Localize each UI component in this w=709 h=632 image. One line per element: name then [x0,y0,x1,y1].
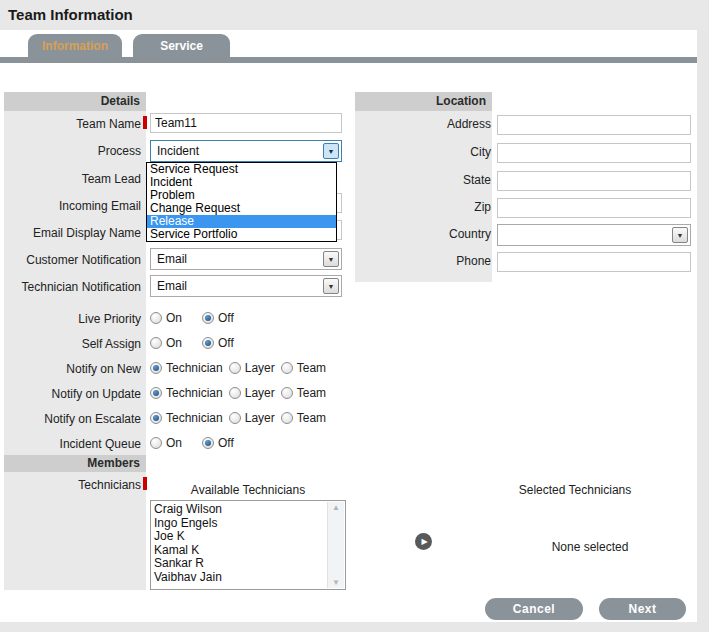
available-technicians-listbox[interactable]: Craig Wilson Ingo Engels Joe K Kamal K S… [150,500,346,590]
notify-on-new-layer-radio[interactable] [229,362,241,374]
process-option-service-portfolio[interactable]: Service Portfolio [147,228,336,241]
process-select[interactable]: Incident [150,140,342,162]
notify-on-update-radio-group: Technician Layer Team [150,386,326,400]
team-information-window: Team Information Information Service Det… [0,0,709,632]
location-section-header: Location [355,92,492,111]
details-section-header: Details [4,92,146,111]
listbox-scrollbar[interactable]: ▲ ▼ [327,502,344,588]
process-label: Process [4,144,141,158]
notify-on-escalate-label: Notify on Escalate [4,412,141,426]
notify-on-escalate-team-label: Team [297,411,326,425]
incoming-email-label: Incoming Email [4,199,141,213]
notify-on-update-technician-label: Technician [166,386,223,400]
phone-input[interactable] [497,252,691,272]
notify-on-escalate-layer-radio[interactable] [229,412,241,424]
notify-on-update-layer-label: Layer [245,386,275,400]
tab-underline [0,57,697,63]
self-assign-off-radio[interactable] [202,337,214,349]
self-assign-on-radio[interactable] [150,337,162,349]
notify-on-update-team-label: Team [297,386,326,400]
notify-on-escalate-technician-label: Technician [166,411,223,425]
team-name-label: Team Name [4,117,141,131]
move-right-button[interactable]: ▶ [415,533,432,550]
incident-queue-off-label: Off [218,436,234,450]
scroll-up-icon[interactable]: ▲ [328,503,344,512]
next-button[interactable]: Next [599,598,686,620]
scroll-down-icon[interactable]: ▼ [328,578,344,587]
notify-on-update-layer-radio[interactable] [229,387,241,399]
notify-on-update-technician-radio[interactable] [150,387,162,399]
incident-queue-radio-group: On Off [150,436,234,450]
notify-on-new-technician-radio[interactable] [150,362,162,374]
phone-label: Phone [355,254,491,268]
chevron-down-icon[interactable] [672,227,688,243]
technician-notification-value: Email [157,279,187,293]
live-priority-label: Live Priority [4,312,141,326]
chevron-down-icon[interactable] [323,143,339,159]
notify-on-update-label: Notify on Update [4,387,141,401]
live-priority-on-radio[interactable] [150,312,162,324]
notify-on-escalate-team-radio[interactable] [281,412,293,424]
notify-on-new-label: Notify on New [4,362,141,376]
tab-information[interactable]: Information [28,34,122,58]
content-panel: Information Service Details Location Mem… [0,30,697,622]
incident-queue-off-radio[interactable] [202,437,214,449]
state-label: State [355,173,491,187]
self-assign-radio-group: On Off [150,336,234,350]
state-input[interactable] [497,171,691,191]
technician-notification-select[interactable]: Email [150,275,342,297]
address-label: Address [355,117,491,131]
customer-notification-value: Email [157,252,187,266]
customer-notification-label: Customer Notification [4,253,141,267]
available-technicians-heading: Available Technicians [150,483,346,497]
zip-input[interactable] [497,198,691,218]
team-lead-label: Team Lead [4,172,141,186]
self-assign-label: Self Assign [4,337,141,351]
technician-list-item[interactable]: Craig Wilson [154,503,325,517]
address-input[interactable] [497,115,691,135]
incident-queue-on-radio[interactable] [150,437,162,449]
technician-list-item[interactable]: Joe K [154,530,325,544]
notify-on-new-layer-label: Layer [245,361,275,375]
country-label: Country [355,227,491,241]
notify-on-escalate-radio-group: Technician Layer Team [150,411,326,425]
tab-service[interactable]: Service [133,34,230,58]
live-priority-on-label: On [166,311,182,325]
self-assign-off-label: Off [218,336,234,350]
customer-notification-select[interactable]: Email [150,248,342,270]
title-bar: Team Information [0,0,709,30]
technician-notification-label: Technician Notification [4,280,141,294]
members-section-header: Members [4,455,146,472]
play-right-icon: ▶ [421,537,427,546]
city-label: City [355,145,491,159]
technician-list-item[interactable]: Sankar R [154,557,325,571]
notify-on-escalate-technician-radio[interactable] [150,412,162,424]
live-priority-off-label: Off [218,311,234,325]
page-title: Team Information [8,6,133,23]
notify-on-new-team-radio[interactable] [281,362,293,374]
technician-list-item[interactable]: Kamal K [154,544,325,558]
cancel-button[interactable]: Cancel [485,598,583,620]
notify-on-new-radio-group: Technician Layer Team [150,361,326,375]
team-name-required-marker [143,116,147,129]
process-select-value: Incident [157,144,199,158]
city-input[interactable] [497,143,691,163]
self-assign-on-label: On [166,336,182,350]
technicians-label: Technicians [4,478,141,492]
chevron-down-icon[interactable] [323,278,339,294]
chevron-down-icon[interactable] [323,251,339,267]
technician-list-item[interactable]: Ingo Engels [154,517,325,531]
notify-on-escalate-layer-label: Layer [245,411,275,425]
selected-technicians-empty-text: None selected [497,540,683,554]
team-name-input[interactable] [150,113,342,133]
country-select[interactable] [497,224,691,246]
notify-on-update-team-radio[interactable] [281,387,293,399]
live-priority-off-radio[interactable] [202,312,214,324]
zip-label: Zip [355,200,491,214]
incident-queue-label: Incident Queue [4,437,141,451]
technician-list-item[interactable]: Vaibhav Jain [154,571,325,585]
selected-technicians-heading: Selected Technicians [480,483,670,497]
notify-on-new-team-label: Team [297,361,326,375]
email-display-name-label: Email Display Name [4,226,141,240]
available-technicians-items: Craig Wilson Ingo Engels Joe K Kamal K S… [154,503,325,584]
